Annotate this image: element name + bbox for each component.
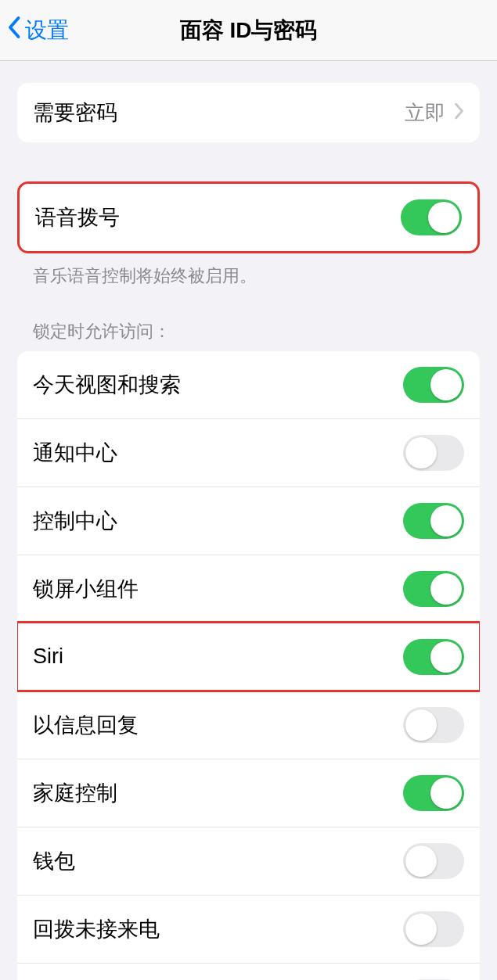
locked-access-label: 家庭控制	[33, 779, 117, 807]
require-passcode-label: 需要密码	[33, 99, 117, 127]
locked-access-toggle[interactable]	[403, 707, 464, 743]
locked-access-row[interactable]: Siri	[17, 623, 480, 691]
locked-access-label: 以信息回复	[33, 711, 139, 739]
locked-access-label: 锁屏小组件	[33, 575, 139, 603]
navbar: 设置 面容 ID与密码	[0, 0, 497, 61]
locked-access-toggle[interactable]	[403, 639, 464, 675]
locked-access-header: 锁定时允许访问：	[33, 320, 464, 343]
voice-dial-group: 语音拨号	[17, 181, 480, 253]
chevron-right-icon	[453, 102, 464, 123]
locked-access-toggle[interactable]	[403, 503, 464, 539]
locked-access-label: 今天视图和搜索	[33, 371, 181, 399]
voice-dial-footer: 音乐语音控制将始终被启用。	[33, 264, 464, 289]
locked-access-row[interactable]: 家庭控制	[17, 759, 480, 827]
page-title: 面容 ID与密码	[0, 16, 497, 45]
voice-dial-row[interactable]: 语音拨号	[20, 184, 477, 251]
back-label: 设置	[25, 16, 69, 45]
locked-access-row[interactable]: 控制中心	[17, 486, 480, 555]
locked-access-toggle[interactable]	[403, 775, 464, 811]
locked-access-row[interactable]: 钱包	[17, 827, 480, 895]
locked-access-row[interactable]: USB配件	[17, 963, 480, 980]
locked-access-label: 通知中心	[33, 439, 117, 467]
locked-access-label: Siri	[33, 644, 63, 669]
require-passcode-value: 立即	[405, 99, 445, 127]
locked-access-row[interactable]: 今天视图和搜索	[17, 351, 480, 418]
locked-access-label: 钱包	[33, 847, 75, 875]
require-passcode-group: 需要密码 立即	[17, 83, 480, 142]
locked-access-toggle[interactable]	[403, 435, 464, 471]
locked-access-toggle[interactable]	[403, 911, 464, 947]
locked-access-toggle[interactable]	[403, 571, 464, 607]
locked-access-row[interactable]: 通知中心	[17, 418, 480, 486]
voice-dial-toggle[interactable]	[401, 199, 462, 235]
back-button[interactable]: 设置	[8, 16, 69, 45]
chevron-left-icon	[8, 16, 25, 45]
require-passcode-row[interactable]: 需要密码 立即	[17, 83, 480, 142]
locked-access-label: 回拨未接来电	[33, 915, 160, 943]
content: 需要密码 立即 语音拨号 音乐语音控制将始终被启用。 锁定时允许访问： 今天视图…	[0, 83, 497, 980]
locked-access-group: 今天视图和搜索通知中心控制中心锁屏小组件Siri以信息回复家庭控制钱包回拨未接来…	[17, 351, 480, 980]
voice-dial-label: 语音拨号	[35, 203, 120, 232]
locked-access-row[interactable]: 以信息回复	[17, 691, 480, 759]
locked-access-toggle[interactable]	[403, 367, 464, 403]
locked-access-label: 控制中心	[33, 507, 117, 535]
locked-access-row[interactable]: 锁屏小组件	[17, 555, 480, 623]
locked-access-row[interactable]: 回拨未接来电	[17, 895, 480, 963]
locked-access-toggle[interactable]	[403, 843, 464, 879]
